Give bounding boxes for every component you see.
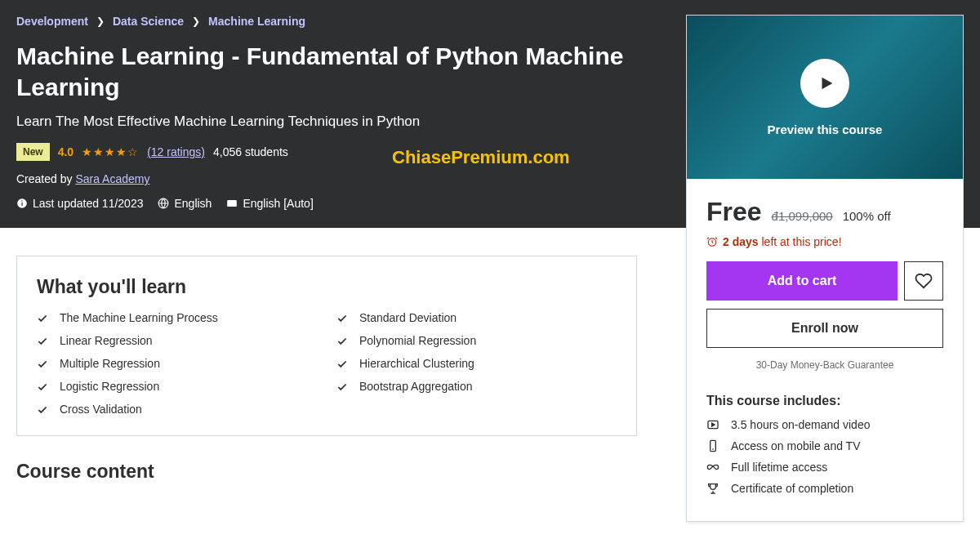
price-discount: 100% off: [843, 209, 891, 223]
main-content: What you'll learn The Machine Learning P…: [0, 228, 653, 483]
learn-item: Cross Validation: [37, 403, 317, 416]
svg-rect-2: [21, 201, 22, 202]
video-icon: [706, 418, 719, 431]
what-you-learn-box: What you'll learn The Machine Learning P…: [16, 256, 637, 436]
learn-item: Standard Deviation: [336, 311, 617, 324]
svg-rect-4: [228, 200, 238, 207]
course-content-title: Course content: [16, 461, 637, 483]
check-icon: [37, 404, 48, 416]
new-badge: New: [16, 143, 50, 161]
breadcrumb-link[interactable]: Machine Learning: [208, 15, 305, 28]
purchase-sidebar: Preview this course Free đ1,099,000 100%…: [686, 15, 964, 522]
price-original: đ1,099,000: [772, 209, 833, 223]
captions: English [Auto]: [226, 197, 313, 210]
check-icon: [37, 336, 48, 347]
learn-item: Multiple Regression: [37, 357, 317, 370]
watermark-text: ChiasePremium.com: [392, 147, 570, 168]
urgency-notice: 2 days left at this price!: [706, 235, 943, 248]
learn-item: The Machine Learning Process: [37, 311, 317, 324]
learn-item: Logistic Regression: [37, 380, 317, 393]
check-icon: [37, 359, 48, 370]
play-icon: [800, 59, 849, 108]
students-count: 4,056 students: [213, 145, 288, 158]
learn-item: Polynomial Regression: [336, 334, 617, 347]
cc-icon: [226, 198, 238, 209]
check-icon: [336, 336, 348, 347]
course-title: Machine Learning - Fundamental of Python…: [16, 41, 637, 102]
enroll-button[interactable]: Enroll now: [706, 309, 943, 348]
preview-video[interactable]: Preview this course: [687, 16, 963, 179]
includes-item: 3.5 hours on-demand video: [706, 418, 943, 431]
breadcrumb-link[interactable]: Development: [16, 15, 88, 28]
price-row: Free đ1,099,000 100% off: [706, 197, 943, 227]
price-current: Free: [706, 197, 762, 227]
heart-icon: [915, 272, 933, 290]
includes-list: 3.5 hours on-demand video Access on mobi…: [706, 418, 943, 495]
svg-rect-7: [710, 440, 716, 451]
learn-title: What you'll learn: [37, 276, 617, 298]
add-to-cart-button[interactable]: Add to cart: [706, 261, 898, 301]
svg-rect-1: [21, 203, 22, 206]
learn-item: Hierarchical Clustering: [336, 357, 617, 370]
check-icon: [336, 381, 348, 393]
last-updated: Last updated 11/2023: [16, 197, 143, 210]
chevron-right-icon: ❯: [192, 16, 200, 27]
guarantee-text: 30-Day Money-Back Guarantee: [706, 359, 943, 371]
alarm-icon: [706, 236, 718, 247]
mobile-icon: [706, 439, 719, 452]
wishlist-button[interactable]: [904, 261, 943, 301]
breadcrumb-link[interactable]: Data Science: [113, 15, 184, 28]
creator-prefix: Created by: [16, 172, 75, 185]
preview-label: Preview this course: [768, 122, 883, 136]
learn-item: Linear Regression: [37, 334, 317, 347]
includes-item: Access on mobile and TV: [706, 439, 943, 452]
course-subtitle: Learn The Most Effective Machine Learnin…: [16, 114, 637, 130]
trophy-icon: [706, 482, 719, 495]
learn-item: Bootstrap Aggregation: [336, 380, 617, 393]
check-icon: [336, 313, 348, 324]
creator-link[interactable]: Sara Academy: [75, 172, 149, 185]
includes-item: Full lifetime access: [706, 461, 943, 474]
check-icon: [37, 313, 48, 324]
star-icons: ★★★★☆: [82, 145, 139, 158]
ratings-link[interactable]: (12 ratings): [147, 145, 205, 158]
infinity-icon: [706, 461, 719, 474]
rating-value: 4.0: [58, 145, 74, 158]
chevron-right-icon: ❯: [96, 16, 105, 27]
includes-title: This course includes:: [706, 394, 943, 408]
globe-icon: [158, 198, 169, 209]
language: English: [158, 197, 212, 210]
includes-item: Certificate of completion: [706, 482, 943, 495]
info-icon: [16, 198, 28, 209]
check-icon: [336, 359, 348, 370]
check-icon: [37, 381, 48, 393]
